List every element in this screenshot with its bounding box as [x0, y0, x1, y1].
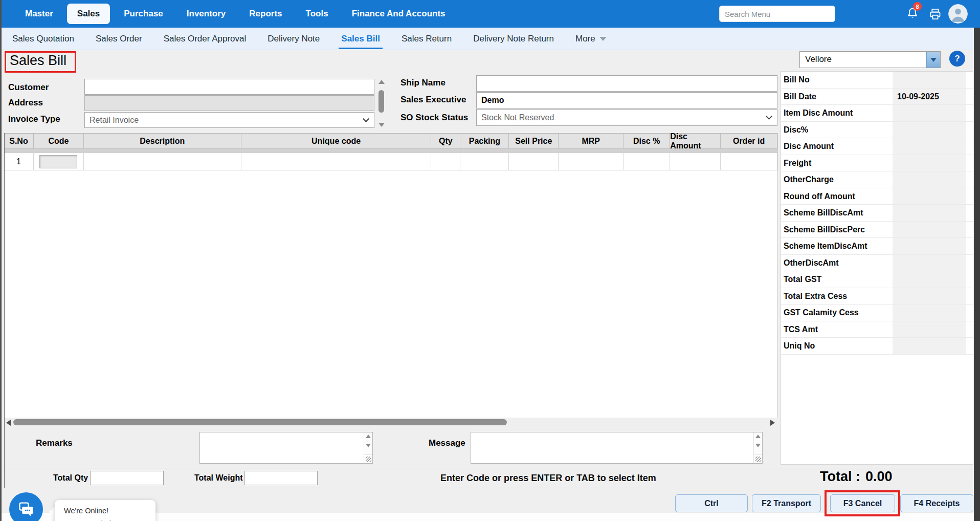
- help-button[interactable]: ?: [949, 51, 965, 67]
- scroll-up-icon[interactable]: [366, 435, 371, 438]
- tab-sales-quotation[interactable]: Sales Quotation: [2, 28, 85, 50]
- summary-value[interactable]: [893, 271, 966, 288]
- cell-qty[interactable]: [431, 153, 460, 170]
- scrollbar-thumb[interactable]: [13, 419, 507, 425]
- tab-delivery-note[interactable]: Delivery Note: [257, 28, 330, 50]
- chevron-down-icon: [766, 113, 772, 120]
- cell-description[interactable]: [84, 153, 241, 170]
- ship-name-input[interactable]: [476, 75, 777, 92]
- summary-value[interactable]: [893, 138, 966, 155]
- sales-executive-label: Sales Executive: [400, 95, 466, 105]
- chat-launcher-button[interactable]: [9, 492, 43, 521]
- summary-value[interactable]: [893, 222, 966, 238]
- nav-item-reports[interactable]: Reports: [237, 3, 294, 25]
- avatar[interactable]: [948, 4, 968, 24]
- window-right-scrollbar[interactable]: [974, 28, 980, 521]
- cell-disc-perc[interactable]: [623, 153, 670, 170]
- nav-item-purchase[interactable]: Purchase: [112, 3, 175, 25]
- code-input[interactable]: [39, 155, 77, 168]
- summary-value[interactable]: [893, 205, 966, 221]
- scroll-up-icon[interactable]: [378, 80, 385, 84]
- cell-unique-code[interactable]: [241, 153, 432, 170]
- tab-more[interactable]: More: [565, 28, 617, 50]
- remarks-textarea[interactable]: [200, 432, 364, 463]
- column-header-disc-perc[interactable]: Disc %: [623, 134, 670, 149]
- summary-value[interactable]: [893, 238, 966, 254]
- summary-value[interactable]: [893, 255, 966, 271]
- summary-value[interactable]: [893, 288, 966, 305]
- scroll-up-icon[interactable]: [755, 435, 761, 438]
- column-header-disc-amount[interactable]: Disc Amount: [670, 134, 721, 149]
- tab-sales-order[interactable]: Sales Order: [85, 28, 153, 50]
- summary-value[interactable]: [893, 305, 966, 321]
- sales-executive-input[interactable]: [476, 92, 777, 108]
- summary-value[interactable]: [893, 105, 966, 121]
- summary-value[interactable]: [893, 321, 966, 338]
- scroll-right-icon[interactable]: [770, 420, 775, 426]
- scroll-down-icon[interactable]: [378, 123, 385, 127]
- nav-item-master[interactable]: Master: [13, 3, 65, 25]
- column-header-code[interactable]: Code: [34, 134, 84, 149]
- scroll-down-icon[interactable]: [366, 444, 371, 447]
- invoice-type-value: Retail Invoice: [90, 116, 364, 125]
- f3-cancel-button[interactable]: F3 Cancel: [830, 494, 895, 512]
- cell-packing[interactable]: [460, 153, 509, 170]
- table-horizontal-scrollbar[interactable]: [4, 419, 778, 427]
- total-weight-input[interactable]: [244, 471, 318, 485]
- tab-delivery-note-return[interactable]: Delivery Note Return: [462, 28, 565, 50]
- f4-receipts-button[interactable]: F4 Receipts: [900, 494, 973, 512]
- branch-select[interactable]: Vellore: [799, 51, 941, 68]
- summary-value[interactable]: [893, 72, 966, 88]
- cell-order-id[interactable]: [721, 153, 777, 170]
- summary-value[interactable]: 10-09-2025: [893, 89, 966, 105]
- summary-value[interactable]: [893, 155, 966, 171]
- summary-value[interactable]: [893, 122, 966, 138]
- column-header-sno[interactable]: S.No: [4, 134, 34, 149]
- textarea-scrollbar[interactable]: [364, 432, 372, 463]
- dropdown-arrow-button[interactable]: [926, 52, 940, 68]
- column-header-qty[interactable]: Qty: [431, 134, 460, 149]
- summary-row-bill-no: Bill No: [781, 72, 973, 89]
- notification-bell-icon[interactable]: 8: [905, 7, 920, 21]
- resize-handle-icon[interactable]: [755, 457, 761, 462]
- column-header-description[interactable]: Description: [84, 134, 241, 149]
- nav-item-finance-and-accounts[interactable]: Finance And Accounts: [340, 3, 457, 25]
- form-vertical-scrollbar[interactable]: [377, 79, 386, 128]
- scrollbar-thumb[interactable]: [378, 90, 384, 113]
- print-icon[interactable]: [928, 7, 943, 21]
- summary-row-otherdiscamt: OtherDiscAmt: [781, 255, 973, 272]
- scroll-down-icon[interactable]: [755, 444, 761, 447]
- tab-sales-return[interactable]: Sales Return: [391, 28, 462, 50]
- tab-sales-bill[interactable]: Sales Bill: [330, 28, 391, 50]
- column-header-order-id[interactable]: Order id: [721, 134, 777, 149]
- search-input[interactable]: [719, 6, 835, 22]
- textarea-scrollbar[interactable]: [753, 432, 762, 463]
- message-textarea[interactable]: [471, 432, 753, 463]
- summary-value[interactable]: [893, 338, 966, 354]
- invoice-type-select[interactable]: Retail Invoice: [84, 112, 374, 128]
- tab-sales-order-approval[interactable]: Sales Order Approval: [153, 28, 257, 50]
- f2-transport-button[interactable]: F2 Transport: [752, 494, 821, 512]
- cell-disc-amount[interactable]: [670, 153, 721, 170]
- summary-value[interactable]: [893, 188, 966, 205]
- nav-item-tools[interactable]: Tools: [294, 3, 340, 25]
- column-header-sell-price[interactable]: Sell Price: [509, 134, 559, 149]
- summary-row-scheme-billdiscamt: Scheme BillDiscAmt: [781, 205, 973, 222]
- chat-popup[interactable]: We're Online! How may I help you today?: [55, 500, 155, 521]
- resize-handle-icon[interactable]: [366, 457, 371, 462]
- scroll-left-icon[interactable]: [6, 420, 11, 426]
- column-header-packing[interactable]: Packing: [460, 134, 509, 149]
- so-stock-status-select[interactable]: Stock Not Reserved: [476, 109, 777, 126]
- column-header-unique-code[interactable]: Unique code: [241, 134, 432, 149]
- total-qty-input[interactable]: [90, 471, 164, 485]
- cell-code[interactable]: [34, 153, 84, 170]
- customer-input[interactable]: [84, 79, 374, 95]
- summary-label: Total GST: [781, 271, 893, 288]
- nav-item-inventory[interactable]: Inventory: [175, 3, 238, 25]
- cell-sell-price[interactable]: [509, 153, 559, 170]
- summary-value[interactable]: [893, 171, 966, 188]
- nav-item-sales[interactable]: Sales: [67, 4, 110, 24]
- ctrl-button[interactable]: Ctrl: [675, 494, 748, 512]
- cell-mrp[interactable]: [559, 153, 623, 170]
- column-header-mrp[interactable]: MRP: [559, 134, 623, 149]
